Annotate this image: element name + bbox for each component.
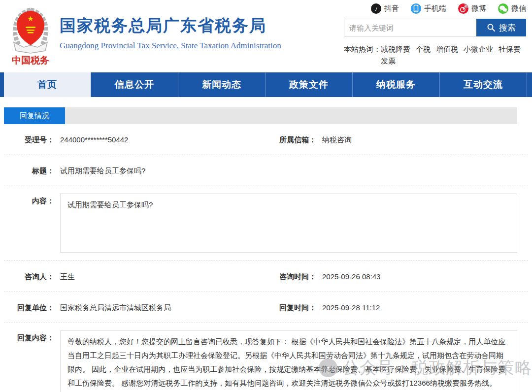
reply-unit-value: 国家税务总局清远市清城区税务局	[60, 303, 171, 313]
nav-tab-tax-services[interactable]: 纳税服务	[352, 72, 439, 97]
hotword-link[interactable]: 个税	[416, 43, 431, 55]
svg-text:★: ★	[27, 14, 33, 23]
social-wechat-label: 微信	[511, 4, 526, 13]
row-reply-unit: 回复单位： 国家税务总局清远市清城区税务局 回复时间： 2025-09-28 1…	[4, 292, 528, 323]
header: ★ 中国税务 国家税务总局广东省税务局 Guangdong Provincial…	[0, 0, 532, 72]
hotwords: 本站热词： 减税降费 个税 增值税 小微企业 社保费 发票	[344, 43, 526, 67]
social-row: ♪ 抖音 手机端 微博	[344, 2, 526, 15]
nav-tab-interaction[interactable]: 互动交流	[439, 72, 527, 97]
reply-status-tab[interactable]: 回复情况	[4, 107, 65, 124]
field-accept-no: 受理号： 244000********50442	[4, 135, 266, 145]
douyin-icon: ♪	[371, 3, 381, 14]
search-bar: 搜索	[344, 19, 526, 36]
row-title: 标题： 试用期需要给员工参保吗?	[4, 155, 528, 186]
field-reply-time: 回复时间： 2025-09-28 11:12	[266, 303, 528, 313]
hotwords-label: 本站热词：	[344, 43, 381, 67]
accept-no-label: 受理号：	[4, 135, 54, 145]
field-reply-unit: 回复单位： 国家税务总局清远市清城区税务局	[4, 303, 266, 313]
nav-tab-home[interactable]: 首页	[4, 72, 91, 97]
row-reply-content: 回复内容： 尊敬的纳税人，您好！您提交的网上留言咨询已收悉，现答复如下： 根据《…	[4, 323, 528, 392]
content-label: 内容：	[4, 194, 54, 253]
social-wechat[interactable]: 微信	[498, 3, 526, 14]
nav-tab-policy-documents[interactable]: 政策文件	[265, 72, 352, 97]
row-accept-no: 受理号： 244000********50442 所属信箱： 纳税咨询	[4, 124, 528, 155]
title-block: 国家税务总局广东省税务局 Guangdong Provincial Tax Se…	[60, 15, 281, 51]
social-weibo-label: 微博	[471, 4, 486, 13]
row-content: 内容： 试用期需要给员工参保吗?	[4, 186, 528, 261]
consult-time-label: 咨询时间：	[266, 272, 316, 282]
reply-time-label: 回复时间：	[266, 303, 316, 313]
mailbox-label: 所属信箱：	[266, 135, 316, 145]
hotword-link[interactable]: 增值税	[436, 43, 458, 55]
social-douyin-label: 抖音	[384, 4, 399, 13]
hotword-link[interactable]: 小微企业	[464, 43, 493, 55]
weibo-icon	[458, 3, 468, 14]
accept-no-value: 244000********50442	[60, 135, 128, 145]
main-nav: 首页 信息公开 新闻动态 政策文件 纳税服务 互动交流	[0, 72, 532, 97]
search-icon	[487, 23, 496, 32]
reply-content-label: 回复内容：	[4, 330, 54, 392]
search-button[interactable]: 搜索	[476, 19, 526, 36]
site-subtitle: Guangdong Provincial Tax Service, State …	[60, 41, 281, 51]
social-douyin[interactable]: ♪ 抖音	[371, 3, 399, 14]
mailbox-value: 纳税咨询	[322, 135, 352, 145]
tax-emblem-icon: ★ 中国税务	[7, 5, 54, 66]
consultant-value: 王生	[60, 272, 75, 282]
social-mobile[interactable]: 手机端	[411, 3, 446, 14]
inquiry-detail-panel: 受理号： 244000********50442 所属信箱： 纳税咨询 标题： …	[4, 124, 528, 392]
social-mobile-label: 手机端	[424, 4, 446, 13]
field-consult-time: 咨询时间： 2025-09-26 08:43	[266, 272, 528, 282]
hotwords-list: 减税降费 个税 增值税 小微企业 社保费 发票	[381, 43, 526, 67]
wechat-icon	[498, 3, 508, 14]
hotword-link[interactable]: 发票	[381, 55, 396, 67]
header-right: ♪ 抖音 手机端 微博	[344, 2, 526, 67]
title-value: 试用期需要给员工参保吗?	[60, 166, 145, 176]
search-input[interactable]	[344, 19, 476, 36]
content-box: 试用期需要给员工参保吗?	[60, 194, 517, 253]
svg-text:中国税务: 中国税务	[12, 55, 49, 65]
search-button-label: 搜索	[499, 22, 516, 33]
field-mailbox: 所属信箱： 纳税咨询	[266, 135, 528, 145]
site-title: 国家税务总局广东省税务局	[60, 15, 281, 37]
hotword-link[interactable]: 社保费	[499, 43, 521, 55]
tax-emblem-logo: ★ 中国税务	[7, 5, 54, 68]
row-consultant: 咨询人： 王生 咨询时间： 2025-09-26 08:43	[4, 261, 528, 292]
reply-unit-label: 回复单位：	[4, 303, 54, 313]
consult-time-value: 2025-09-26 08:43	[322, 272, 380, 282]
breadcrumb: 回复情况	[4, 107, 528, 124]
reply-content-box: 尊敬的纳税人，您好！您提交的网上留言咨询已收悉，现答复如下： 根据《中华人民共和…	[60, 330, 517, 392]
mobile-icon	[411, 3, 421, 14]
title-label: 标题：	[4, 166, 54, 176]
consultant-label: 咨询人：	[4, 272, 54, 282]
social-weibo[interactable]: 微博	[458, 3, 486, 14]
nav-tab-info-disclosure[interactable]: 信息公开	[91, 72, 178, 97]
breadcrumb-strip	[65, 107, 517, 124]
page: ★ 中国税务 国家税务总局广东省税务局 Guangdong Provincial…	[0, 0, 532, 392]
reply-time-value: 2025-09-28 11:12	[322, 303, 380, 313]
nav-tab-news[interactable]: 新闻动态	[178, 72, 265, 97]
hotword-link[interactable]: 减税降费	[381, 43, 410, 55]
field-consultant: 咨询人： 王生	[4, 272, 266, 282]
